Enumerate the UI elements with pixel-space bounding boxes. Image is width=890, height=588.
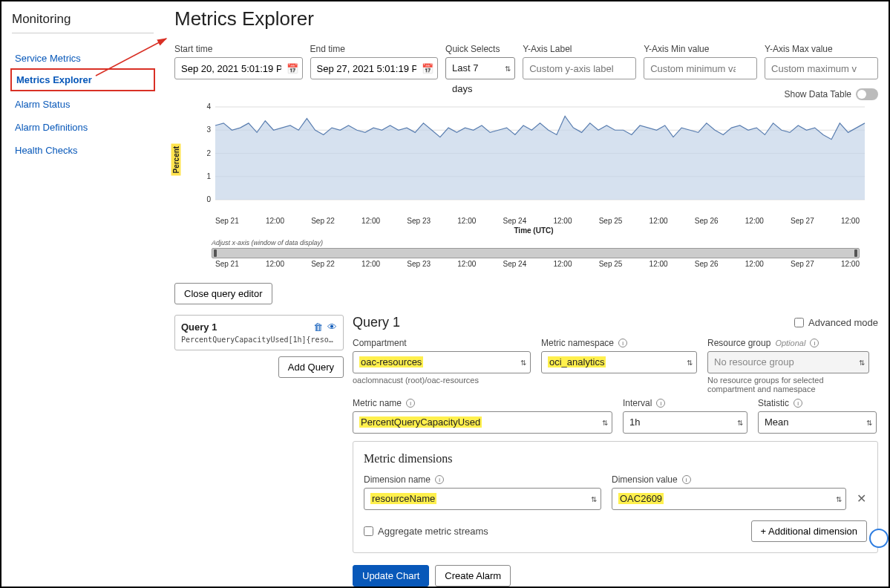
svg-text:4: 4	[206, 103, 211, 111]
show-data-table-toggle[interactable]	[856, 88, 878, 100]
metrics-chart: 01234	[189, 103, 872, 215]
divider	[12, 33, 154, 33]
info-icon[interactable]: i	[656, 399, 665, 408]
y-label-input[interactable]	[523, 57, 636, 79]
remove-dimension-icon[interactable]: ✕	[857, 491, 866, 510]
info-icon[interactable]: i	[682, 475, 691, 484]
dim-name-label: Dimension name	[364, 474, 431, 485]
y-max-input[interactable]	[765, 57, 878, 79]
page-title: Metrics Explorer	[174, 7, 878, 30]
end-time-label: End time	[310, 44, 439, 54]
nav-service-metrics[interactable]: Service Metrics	[12, 47, 154, 70]
add-query-button[interactable]: Add Query	[278, 356, 344, 378]
trash-icon[interactable]: 🗑	[313, 321, 323, 333]
compartment-label: Compartment	[353, 338, 531, 348]
resource-group-select[interactable]: No resource group	[707, 351, 869, 373]
metric-name-select[interactable]: PercentQueryCapacityUsed	[353, 411, 612, 434]
y-min-label: Y-Axis Min value	[644, 44, 757, 54]
help-icon[interactable]	[869, 529, 889, 548]
aggregate-checkbox[interactable]: Aggregate metric streams	[364, 526, 488, 537]
quick-selects-label: Quick Selects	[445, 44, 515, 54]
info-icon[interactable]: i	[810, 339, 819, 347]
svg-text:0: 0	[206, 195, 211, 203]
query-card-name: Query 1	[181, 321, 217, 333]
resource-group-label: Resource group	[707, 338, 770, 348]
svg-text:3: 3	[206, 125, 211, 134]
compartment-helper: oaclomnacust (root)/oac-resources	[353, 376, 531, 385]
namespace-select[interactable]: oci_analytics	[541, 351, 697, 373]
query-card[interactable]: Query 1 🗑 👁 PercentQueryCapacityUsed[1h]…	[174, 315, 344, 350]
sidebar-title: Monitoring	[12, 12, 154, 27]
info-icon[interactable]: i	[794, 399, 802, 408]
dimensions-title: Metric dimensions	[364, 452, 867, 466]
slider-label: Adjust x-axis (window of data display)	[212, 239, 878, 246]
dim-value-label: Dimension value	[612, 474, 678, 485]
x-axis-label: Time (UTC)	[189, 226, 878, 235]
query-detail-title: Query 1	[353, 315, 400, 330]
svg-text:2: 2	[206, 149, 211, 157]
additional-dimension-button[interactable]: + Additional dimension	[751, 520, 867, 542]
y-label-label: Y-Axis Label	[523, 44, 636, 54]
nav-health-checks[interactable]: Health Checks	[12, 139, 154, 162]
info-icon[interactable]: i	[406, 399, 415, 408]
show-data-table-label: Show Data Table	[784, 89, 851, 99]
eye-icon[interactable]: 👁	[327, 321, 337, 333]
advanced-mode-checkbox[interactable]: Advanced mode	[794, 317, 878, 328]
resource-group-helper: No resource groups for selected compartm…	[707, 376, 869, 393]
compartment-select[interactable]: oac-resources	[353, 351, 531, 373]
close-query-editor-button[interactable]: Close query editor	[174, 283, 272, 304]
update-chart-button[interactable]: Update Chart	[353, 565, 429, 587]
svg-text:1: 1	[206, 172, 211, 180]
namespace-label: Metric namespace	[541, 338, 614, 348]
x-axis-slider[interactable]	[212, 248, 860, 258]
nav-alarm-status[interactable]: Alarm Status	[12, 93, 154, 116]
interval-label: Interval	[623, 398, 652, 408]
info-icon[interactable]: i	[435, 475, 444, 484]
create-alarm-button[interactable]: Create Alarm	[435, 565, 511, 587]
start-time-input[interactable]	[174, 57, 303, 79]
query-expression: PercentQueryCapacityUsed[1h]{resourceNam…	[181, 336, 337, 344]
y-min-input[interactable]	[644, 57, 757, 79]
dimension-value-select[interactable]: OAC2609	[612, 488, 846, 510]
start-time-label: Start time	[174, 44, 303, 54]
y-axis-label: Percent	[171, 144, 181, 176]
statistic-label: Statistic	[758, 398, 789, 408]
nav-metrics-explorer[interactable]: Metrics Explorer	[10, 68, 155, 91]
quick-selects[interactable]: Last 7 days	[445, 57, 515, 79]
end-time-input[interactable]	[310, 57, 439, 79]
info-icon[interactable]: i	[618, 339, 627, 347]
metric-name-label: Metric name	[353, 398, 402, 408]
dimension-name-select[interactable]: resourceName	[364, 488, 601, 510]
statistic-select[interactable]: Mean	[758, 411, 877, 434]
nav-alarm-definitions[interactable]: Alarm Definitions	[12, 116, 154, 139]
y-max-label: Y-Axis Max value	[765, 44, 878, 54]
interval-select[interactable]: 1h	[623, 411, 747, 434]
